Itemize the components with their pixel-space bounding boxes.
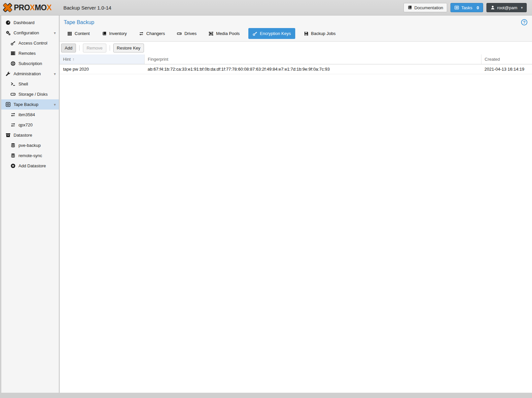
tab-changers[interactable]: Changers [135,28,168,39]
chevron-down-icon: ▾ [521,6,523,10]
top-bar: PROXMOX Backup Server 1.0-14 Documentati… [0,0,532,16]
collapse-arrow-icon[interactable]: ▾ [53,72,57,76]
sidebar-item-ibm3584[interactable]: ibm3584 [1,110,59,120]
tab-drives[interactable]: Drives [173,28,200,39]
tab-encryption-keys[interactable]: Encryption Keys [248,28,295,39]
database-icon [10,143,16,148]
tape-icon [5,102,11,107]
key-icon [10,41,16,46]
sidebar-item-administration[interactable]: Administration ▾ [1,69,59,79]
sidebar-item-tape-backup[interactable]: Tape Backup ▾ [1,99,59,110]
book-icon [102,31,107,36]
tasks-count-badge: 0 [477,5,479,10]
user-menu-button[interactable]: root@pam ▾ [486,3,527,12]
column-header-created[interactable]: Created [481,54,532,64]
sort-ascending-icon: ↑ [72,57,74,62]
column-header-hint[interactable]: Hint↑ [60,54,144,64]
add-button[interactable]: Add [61,44,76,52]
table-row[interactable]: tape pw 2020 ab:67:f4:1b:72:ca:33:e1:91:… [60,64,532,74]
proxmox-wordmark: PROXMOX [14,3,52,12]
sidebar: Dashboard Configuration ▾ Access Control… [1,16,59,393]
encryption-keys-grid: Add Remove Restore Key Hint↑ Fingerprint [60,41,532,393]
exchange-icon [10,112,16,117]
restore-key-button[interactable]: Restore Key [113,44,144,52]
save-icon [304,31,308,36]
sidebar-item-shell[interactable]: Shell [1,79,59,89]
collapse-arrow-icon[interactable]: ▾ [53,102,57,107]
hdd-icon [10,92,16,97]
gears-icon [5,30,11,35]
user-icon [490,5,495,10]
sidebar-item-add-datastore[interactable]: Add Datastore [1,161,59,171]
wrench-icon [5,71,11,76]
sidebar-item-datastore[interactable]: Datastore [1,130,59,140]
exchange-icon [139,31,144,36]
sidebar-item-access-control[interactable]: Access Control [1,38,59,48]
life-ring-icon [10,61,16,66]
tasks-list-icon [454,5,459,10]
help-icon[interactable]: ? [521,19,527,25]
toolbar-separator [79,45,80,51]
sidebar-item-pve-backup[interactable]: pve-backup [1,140,59,150]
page-title: Tape Backup [64,19,94,25]
created-cell: 2021-04-13 16:14:19 [481,64,532,74]
tab-media-pools[interactable]: Media Pools [205,28,243,39]
tasks-button[interactable]: Tasks 0 [450,3,483,12]
sidebar-item-remote-sync[interactable]: remote-sync [1,150,59,161]
product-title: Backup Server 1.0-14 [63,5,111,11]
encryption-keys-table: Hint↑ Fingerprint Created tape pw 2020 a… [60,54,532,74]
tab-bar: Content Inventory Changers Drives Media … [60,28,532,41]
collapse-arrow-icon[interactable]: ▾ [53,31,57,35]
sidebar-item-remotes[interactable]: Remotes [1,48,59,58]
fingerprint-cell: ab:67:f4:1b:72:ca:33:e1:91:bf:0b:da:df:1… [144,64,481,74]
sidebar-item-dashboard[interactable]: Dashboard [1,17,59,28]
database-icon [10,153,16,158]
column-header-fingerprint[interactable]: Fingerprint [144,54,481,64]
sidebar-item-configuration[interactable]: Configuration ▾ [1,28,59,38]
dashboard-icon [5,20,11,25]
grid-toolbar: Add Remove Restore Key [60,42,532,54]
tab-inventory[interactable]: Inventory [98,28,130,39]
toolbar-separator [110,45,110,51]
sidebar-item-storage-disks[interactable]: Storage / Disks [1,89,59,99]
remove-button[interactable]: Remove [83,44,106,52]
archive-icon [5,133,11,138]
terminal-icon [10,82,16,86]
plus-circle-icon [10,163,16,168]
tab-backup-jobs[interactable]: Backup Jobs [300,28,339,39]
server-icon [10,51,16,56]
key-icon [253,31,257,36]
drive-icon [177,31,182,36]
object-group-icon [209,31,213,36]
hint-cell: tape pw 2020 [60,64,144,74]
proxmox-x-icon [3,3,13,13]
book-icon [408,5,412,10]
documentation-button[interactable]: Documentation [404,3,447,12]
th-grid-icon [67,31,72,36]
proxmox-logo: PROXMOX [3,3,61,13]
tab-content[interactable]: Content [64,28,93,39]
sidebar-item-qpx720[interactable]: qpx720 [1,120,59,130]
exchange-icon [10,122,16,127]
main-content: Tape Backup ? Content Inventory Changers… [60,16,532,393]
sidebar-item-subscription[interactable]: Subscription [1,58,59,69]
